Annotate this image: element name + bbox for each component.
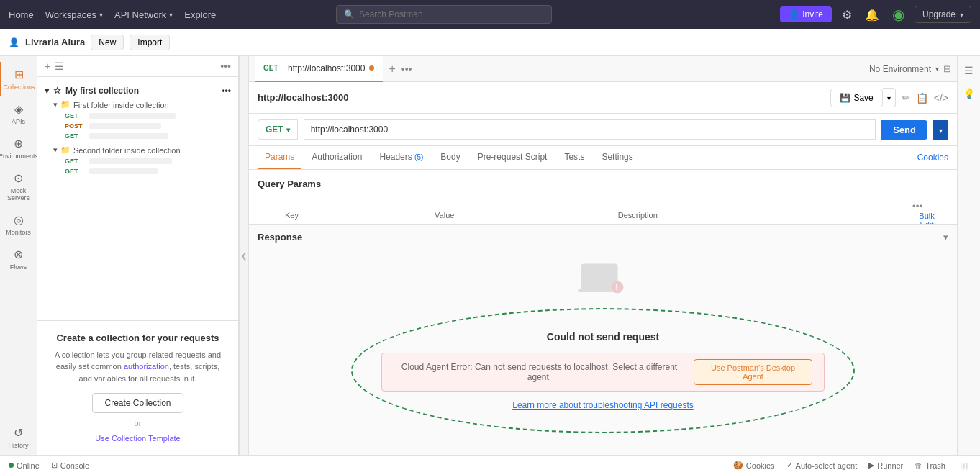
- console-button[interactable]: ⊡ Console: [51, 461, 89, 470]
- workspace-name: Livraria Alura: [25, 37, 85, 48]
- sidebar-item-apis[interactable]: ◈ APIs: [0, 96, 37, 131]
- method-select[interactable]: GET ▾: [258, 119, 298, 140]
- tab-body[interactable]: Body: [433, 146, 467, 169]
- collection-name: ▾ ☆ My first collection •••: [45, 86, 231, 96]
- request-bar: GET ▾ Send ▾: [249, 114, 957, 146]
- error-illustration-svg: !: [574, 257, 632, 300]
- nav-workspaces[interactable]: Workspaces ▾: [45, 9, 103, 20]
- learn-more-link[interactable]: Learn more about troubleshooting API req…: [512, 400, 694, 410]
- monitors-icon: ◎: [14, 213, 24, 227]
- response-collapse-button[interactable]: ▾: [943, 232, 948, 243]
- api-network-chevron-icon: ▾: [169, 11, 173, 19]
- folder-second[interactable]: ▾ 📁 Second folder inside collection: [37, 144, 238, 156]
- online-status[interactable]: Online: [9, 461, 40, 470]
- notifications-icon[interactable]: 🔔: [862, 5, 882, 24]
- add-tab-button[interactable]: +: [384, 63, 399, 76]
- nav-api-network[interactable]: API Network ▾: [114, 9, 173, 20]
- error-message-bar: Cloud Agent Error: Can not send requests…: [381, 353, 825, 392]
- request-url-placeholder: [89, 123, 161, 129]
- send-dropdown-button[interactable]: ▾: [933, 120, 948, 140]
- settings-icon[interactable]: ⚙: [839, 5, 855, 24]
- upgrade-chevron-icon: ▾: [960, 11, 963, 19]
- cookies-status-button[interactable]: 🍪 Cookies: [733, 461, 775, 470]
- tab-tests[interactable]: Tests: [557, 146, 591, 169]
- tab-unsaved-dot: [369, 65, 374, 71]
- search-icon: 🔍: [344, 9, 355, 19]
- method-badge-post: POST: [65, 122, 85, 130]
- environment-dropdown-button[interactable]: ⊟: [943, 63, 951, 74]
- grid-view-button[interactable]: ⊞: [957, 457, 971, 474]
- edit-pencil-button[interactable]: ✏: [902, 92, 910, 104]
- flows-icon: ⊗: [14, 248, 23, 261]
- tab-pre-request-script[interactable]: Pre-request Script: [471, 146, 555, 169]
- request-url-placeholder: [89, 113, 176, 119]
- desktop-agent-button[interactable]: Use Postman's Desktop Agent: [694, 359, 812, 385]
- environments-icon: ⊕: [14, 137, 23, 150]
- tab-headers[interactable]: Headers (5): [372, 146, 430, 169]
- folder-first[interactable]: ▾ 📁 First folder inside collection: [37, 99, 238, 111]
- code-button[interactable]: </>: [934, 92, 948, 104]
- bulk-edit-button[interactable]: Bulk Edit: [912, 212, 941, 224]
- send-button[interactable]: Send: [881, 120, 927, 140]
- tab-settings[interactable]: Settings: [594, 146, 640, 169]
- right-sidebar-settings-button[interactable]: ☰: [961, 62, 976, 79]
- request-item[interactable]: POST: [37, 121, 238, 131]
- folder-name-first: ▾ 📁 First folder inside collection: [53, 100, 231, 109]
- promo-area: Create a collection for your requests A …: [37, 320, 238, 456]
- main-layout: ⊞ Collections ◈ APIs ⊕ Environments ⊙ Mo…: [0, 56, 980, 455]
- trash-button[interactable]: 🗑 Trash: [915, 461, 945, 470]
- invite-button[interactable]: 👤 Invite: [780, 6, 832, 22]
- sidebar-item-collections[interactable]: ⊞ Collections: [0, 62, 37, 96]
- top-nav-right: 👤 Invite ⚙ 🔔 ◉ Upgrade ▾: [780, 3, 971, 26]
- collections-more-button[interactable]: •••: [220, 60, 231, 72]
- url-input[interactable]: [304, 119, 876, 140]
- new-button[interactable]: New: [91, 35, 124, 50]
- filter-collections-button[interactable]: ☰: [55, 60, 64, 72]
- tab-params[interactable]: Params: [258, 146, 301, 169]
- right-sidebar-lightbulb-button[interactable]: 💡: [960, 85, 978, 102]
- add-collection-button[interactable]: +: [45, 60, 50, 72]
- method-badge-get: GET: [65, 158, 85, 165]
- collapse-icon: ❮: [241, 252, 247, 260]
- auto-select-agent-button[interactable]: ✓ Auto-select agent: [786, 461, 858, 470]
- search-bar: 🔍: [336, 5, 552, 24]
- request-item[interactable]: GET: [37, 156, 238, 166]
- avatar-icon[interactable]: ◉: [889, 3, 907, 26]
- request-item[interactable]: GET: [37, 131, 238, 141]
- search-input[interactable]: [359, 9, 544, 19]
- panel-collapse-handle[interactable]: ❮: [239, 56, 249, 455]
- save-dropdown-button[interactable]: ▾: [883, 88, 896, 107]
- tab-localhost-3000[interactable]: GET http://localhost:3000: [255, 56, 383, 82]
- create-collection-button[interactable]: Create Collection: [92, 393, 183, 413]
- params-more-button[interactable]: •••: [912, 201, 922, 212]
- sidebar-item-monitors[interactable]: ◎ Monitors: [0, 207, 37, 242]
- key-column-header: Key: [278, 196, 427, 224]
- send-chevron-icon: ▾: [939, 127, 943, 135]
- upgrade-button[interactable]: Upgrade ▾: [915, 6, 971, 23]
- sidebar-item-environments[interactable]: ⊕ Environments: [0, 131, 37, 166]
- authorization-link[interactable]: authorization: [124, 362, 169, 371]
- tab-authorization[interactable]: Authorization: [304, 146, 369, 169]
- sidebar-item-mock-servers[interactable]: ⊙ Mock Servers: [0, 166, 37, 207]
- import-button[interactable]: Import: [130, 35, 170, 50]
- sidebar-item-flows[interactable]: ⊗ Flows: [0, 242, 37, 276]
- runner-button[interactable]: ▶ Runner: [868, 461, 903, 470]
- tab-more-button[interactable]: •••: [401, 63, 412, 75]
- notes-button[interactable]: 📋: [916, 92, 928, 104]
- nav-explore[interactable]: Explore: [184, 9, 216, 20]
- folder-expand-icon: ▾: [53, 145, 58, 155]
- request-item[interactable]: GET: [37, 166, 238, 176]
- request-item[interactable]: GET: [37, 111, 238, 121]
- save-button[interactable]: 💾 Save: [830, 89, 882, 107]
- workspaces-chevron-icon: ▾: [99, 11, 103, 19]
- sidebar-item-history[interactable]: ↺ History: [0, 420, 37, 455]
- folder-icon: 📁: [60, 145, 71, 155]
- collection-my-first[interactable]: ▾ ☆ My first collection •••: [37, 83, 238, 99]
- trash-icon: 🗑: [915, 461, 922, 470]
- response-area: Response ▾ ! Could not send request C: [249, 224, 957, 455]
- request-url-placeholder: [89, 133, 168, 139]
- mock-servers-icon: ⊙: [14, 171, 23, 185]
- use-template-link[interactable]: Use Collection Template: [95, 434, 180, 443]
- nav-home[interactable]: Home: [9, 9, 34, 20]
- cookies-link[interactable]: Cookies: [917, 153, 948, 163]
